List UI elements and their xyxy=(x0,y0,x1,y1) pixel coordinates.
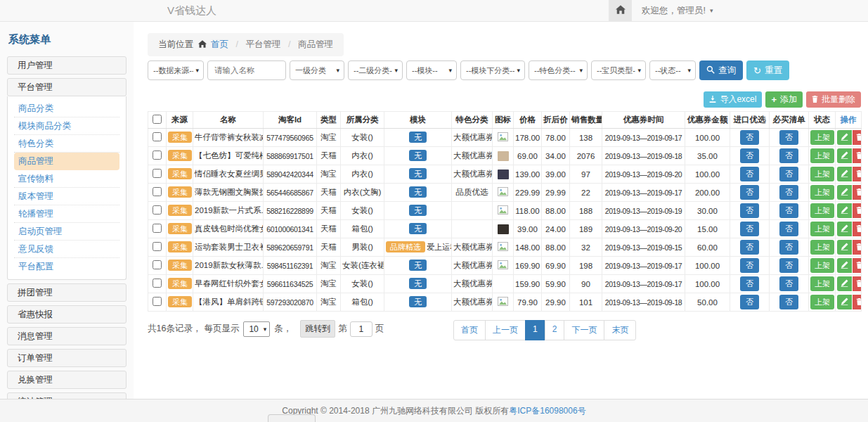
select-all-checkbox[interactable] xyxy=(153,115,162,124)
import-select-toggle[interactable]: 否 xyxy=(740,185,759,200)
batch-delete-button[interactable]: 批量删除 xyxy=(806,91,861,108)
pager-button-1[interactable]: 1 xyxy=(525,320,545,340)
import-select-toggle[interactable]: 否 xyxy=(740,167,759,181)
delete-button[interactable] xyxy=(853,148,862,163)
edit-button[interactable] xyxy=(837,148,852,163)
delete-button[interactable] xyxy=(853,185,862,200)
edit-button[interactable] xyxy=(837,130,852,145)
must-buy-toggle[interactable]: 否 xyxy=(779,130,798,145)
per-page-select[interactable]: 10 ▾ xyxy=(243,321,270,337)
row-checkbox[interactable] xyxy=(153,260,162,269)
sidebar-item-版本管理[interactable]: 版本管理 xyxy=(14,188,119,205)
filter-select-category-level-2[interactable]: --二级分类--▾ xyxy=(348,60,403,80)
icp-link[interactable]: 粤ICP备16098006号 xyxy=(509,406,585,416)
status-button[interactable]: 上架 xyxy=(810,258,834,273)
delete-button[interactable] xyxy=(853,167,862,181)
row-checkbox[interactable] xyxy=(153,205,162,215)
edit-button[interactable] xyxy=(837,258,852,273)
import-select-toggle[interactable]: 否 xyxy=(740,222,759,236)
delete-button[interactable] xyxy=(853,258,862,273)
home-button[interactable] xyxy=(609,0,632,21)
delete-button[interactable] xyxy=(853,240,862,255)
row-checkbox[interactable] xyxy=(153,224,162,233)
status-button[interactable]: 上架 xyxy=(810,130,834,145)
sidebar-group-消息管理[interactable]: 消息管理 xyxy=(7,327,127,345)
sidebar-group-拼团管理[interactable]: 拼团管理 xyxy=(7,283,127,302)
pager-button-首页[interactable]: 首页 xyxy=(453,320,486,340)
add-button[interactable]: + 添加 xyxy=(765,91,803,108)
row-checkbox[interactable] xyxy=(153,151,162,160)
filter-name-input[interactable] xyxy=(207,60,286,80)
sidebar-item-轮播管理[interactable]: 轮播管理 xyxy=(14,205,119,223)
import-select-toggle[interactable]: 否 xyxy=(740,148,759,163)
edit-button[interactable] xyxy=(837,240,852,255)
sidebar-group-订单管理[interactable]: 订单管理 xyxy=(7,349,127,367)
row-checkbox[interactable] xyxy=(153,187,162,196)
filter-select-item-type[interactable]: --宝贝类型--▾ xyxy=(591,60,646,80)
filter-select-category-level-1[interactable]: 一级分类▾ xyxy=(290,60,344,80)
sidebar-item-特色分类[interactable]: 特色分类 xyxy=(14,135,119,153)
import-select-toggle[interactable]: 否 xyxy=(740,276,759,291)
must-buy-toggle[interactable]: 否 xyxy=(779,185,798,200)
must-buy-toggle[interactable]: 否 xyxy=(779,295,798,309)
filter-select-status[interactable]: --状态--▾ xyxy=(649,60,696,80)
delete-button[interactable] xyxy=(853,130,862,145)
must-buy-toggle[interactable]: 否 xyxy=(779,167,798,181)
user-menu[interactable]: 欢迎您，管理员! ▾ xyxy=(642,5,713,17)
sidebar-item-平台配置[interactable]: 平台配置 xyxy=(14,258,119,276)
filter-select-data-source[interactable]: --数据来源--▾ xyxy=(148,60,204,80)
sidebar-group-省惠快报[interactable]: 省惠快报 xyxy=(7,305,127,324)
row-checkbox[interactable] xyxy=(153,169,162,178)
status-button[interactable]: 上架 xyxy=(810,203,834,218)
pager-button-末页[interactable]: 末页 xyxy=(604,320,636,340)
filter-select-module-sub-category[interactable]: --模块下分类--▾ xyxy=(460,60,525,80)
sidebar-item-意见反馈[interactable]: 意见反馈 xyxy=(14,241,119,258)
pager-button-上一页[interactable]: 上一页 xyxy=(485,320,526,340)
must-buy-toggle[interactable]: 否 xyxy=(779,222,798,236)
delete-button[interactable] xyxy=(853,222,862,236)
delete-button[interactable] xyxy=(853,295,862,309)
sidebar-item-商品管理[interactable]: 商品管理 xyxy=(14,153,119,170)
import-select-toggle[interactable]: 否 xyxy=(740,295,759,309)
import-select-toggle[interactable]: 否 xyxy=(740,130,759,145)
status-button[interactable]: 上架 xyxy=(810,167,834,181)
status-button[interactable]: 上架 xyxy=(810,148,834,163)
status-button[interactable]: 上架 xyxy=(810,240,834,255)
page-number-input[interactable] xyxy=(350,321,373,337)
row-checkbox[interactable] xyxy=(153,132,162,141)
import-excel-button[interactable]: 导入excel xyxy=(704,91,762,108)
must-buy-toggle[interactable]: 否 xyxy=(779,148,798,163)
sidebar-item-宣传物料[interactable]: 宣传物料 xyxy=(14,170,119,188)
status-button[interactable]: 上架 xyxy=(810,295,834,309)
must-buy-toggle[interactable]: 否 xyxy=(779,240,798,255)
status-button[interactable]: 上架 xyxy=(810,276,834,291)
sidebar-item-商品分类[interactable]: 商品分类 xyxy=(14,100,119,117)
import-select-toggle[interactable]: 否 xyxy=(740,258,759,273)
pager-button-2[interactable]: 2 xyxy=(545,320,565,340)
must-buy-toggle[interactable]: 否 xyxy=(779,276,798,291)
status-button[interactable]: 上架 xyxy=(810,185,834,200)
sidebar-group-统计管理[interactable]: 统计管理 xyxy=(7,392,127,399)
sidebar-group-平台管理[interactable]: 平台管理 xyxy=(7,78,127,96)
delete-button[interactable] xyxy=(853,276,862,291)
pager-button-下一页[interactable]: 下一页 xyxy=(564,320,604,340)
edit-button[interactable] xyxy=(837,222,852,236)
sidebar-item-模块商品分类[interactable]: 模块商品分类 xyxy=(14,117,119,135)
sidebar-group-兑换管理[interactable]: 兑换管理 xyxy=(7,371,127,389)
filter-select-module[interactable]: --模块--▾ xyxy=(406,60,457,80)
edit-button[interactable] xyxy=(837,167,852,181)
jump-button[interactable]: 跳转到 xyxy=(300,320,335,338)
must-buy-toggle[interactable]: 否 xyxy=(779,203,798,218)
row-checkbox[interactable] xyxy=(153,279,162,288)
status-button[interactable]: 上架 xyxy=(810,222,834,236)
edit-button[interactable] xyxy=(837,295,852,309)
sidebar-item-启动页管理[interactable]: 启动页管理 xyxy=(14,223,119,241)
edit-button[interactable] xyxy=(837,276,852,291)
row-checkbox[interactable] xyxy=(153,242,162,251)
reset-button[interactable]: ↻ 重置 xyxy=(746,60,789,80)
edit-button[interactable] xyxy=(837,203,852,218)
breadcrumb-home-link[interactable]: 首页 xyxy=(211,39,228,49)
import-select-toggle[interactable]: 否 xyxy=(740,203,759,218)
import-select-toggle[interactable]: 否 xyxy=(740,240,759,255)
filter-select-feature-category[interactable]: --特色分类--▾ xyxy=(529,60,588,80)
